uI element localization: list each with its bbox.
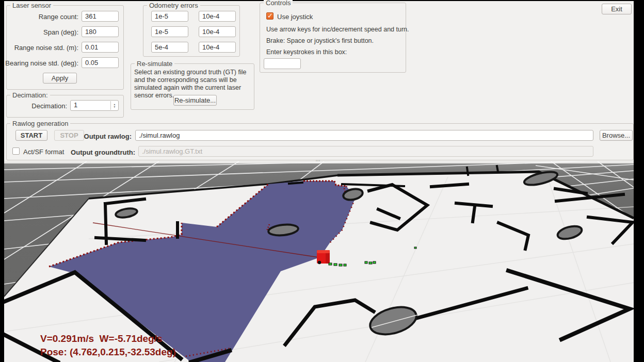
decimation-title: Decimation: [10, 91, 50, 99]
exit-button[interactable]: Exit [602, 4, 632, 14]
bearing-noise-input[interactable] [82, 57, 119, 68]
range-noise-input[interactable] [82, 42, 119, 53]
odometry-input-1a[interactable] [151, 11, 188, 22]
controls-title: Controls [264, 0, 293, 7]
output-groundtruth-input [138, 146, 593, 157]
range-count-label: Range count: [9, 13, 78, 21]
browse-button[interactable]: Browse... [600, 130, 633, 141]
odometry-errors-title: Odometry errors [147, 2, 200, 9]
checkbox-check-icon: ✓ [267, 12, 273, 20]
use-joystick-checkbox[interactable]: ✓ [266, 12, 273, 20]
decimation-label: Decimation: [20, 102, 67, 110]
controls-hint-brake: Brake: Space or joystick's first button. [266, 37, 374, 44]
laser-sensor-title: Laser sensor [10, 2, 53, 9]
odometry-input-3a[interactable] [151, 42, 188, 53]
start-button[interactable]: START [15, 130, 47, 141]
hud-velocity-text: V=0.291m/s W=-5.71deg/s [40, 333, 163, 344]
simulator-window: Laser sensor Range count: Span (deg): Ra… [4, 1, 634, 362]
span-input[interactable] [82, 26, 119, 37]
spinner-arrows[interactable]: ▲ ▼ [110, 101, 118, 110]
simulation-3d-view[interactable]: V=0.291m/s W=-5.71deg/s Pose: (4.762,0.2… [4, 161, 634, 362]
resimulate-title: Re-simulate [135, 60, 174, 68]
hud-pose-text: Pose: (4.762,0.215,-32.53deg) [40, 347, 176, 357]
range-count-input[interactable] [82, 11, 119, 22]
odometry-input-2a[interactable] [151, 26, 188, 37]
output-rawlog-input[interactable] [135, 130, 593, 141]
range-noise-label: Range noise std. (m): [9, 44, 78, 52]
odometry-input-3b[interactable] [199, 42, 236, 53]
span-label: Span (deg): [9, 28, 78, 36]
use-joystick-label: Use joystick [277, 13, 313, 21]
robot-marker [317, 250, 330, 264]
actsf-format-checkbox[interactable] [12, 147, 20, 155]
controls-hint-arrows: Use arrow keys for inc/decrement speed a… [266, 26, 409, 33]
spin-up-icon[interactable]: ▲ [113, 103, 116, 105]
odometry-input-2b[interactable] [199, 26, 236, 37]
actsf-format-label: Act/SF format [23, 148, 64, 156]
rawlog-generation-title: Rawlog generation [10, 120, 70, 127]
output-rawlog-label: Output rawlog: [80, 133, 132, 140]
odometry-input-1b[interactable] [199, 11, 236, 22]
output-groundtruth-label: Output groundtruth: [70, 149, 135, 156]
bearing-noise-label: Bearing noise std. (deg): [5, 59, 78, 67]
resimulate-button[interactable]: Re-simulate... [173, 95, 217, 106]
robot-wheel [318, 261, 321, 264]
keystroke-input[interactable] [264, 58, 301, 69]
decimation-spinner[interactable]: 1 ▲ ▼ [70, 100, 119, 111]
spin-down-icon[interactable]: ▼ [113, 106, 116, 108]
decimation-value: 1 [74, 101, 77, 109]
apply-button[interactable]: Apply [43, 73, 77, 84]
resimulate-panel: Re-simulate Select an existing ground tr… [131, 63, 254, 110]
controls-hint-keystrokes: Enter keystrokes in this box: [266, 48, 347, 56]
